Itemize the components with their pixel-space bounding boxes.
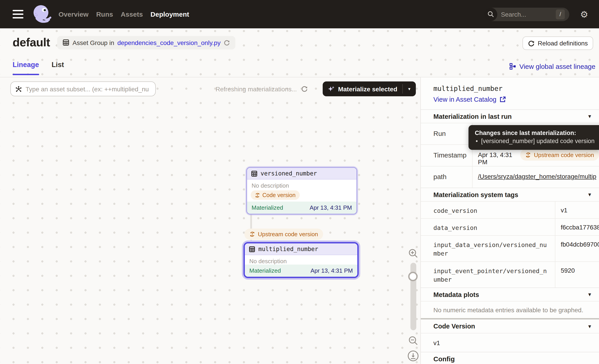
code-version-label: Code version	[262, 192, 295, 198]
row-key: code_version	[421, 202, 555, 218]
table-row-input-event-pointer: input_event_pointer/versioned_number 592…	[421, 261, 599, 287]
timestamp-value: Apr 13, 4:31 PM	[478, 151, 515, 165]
materialize-dropdown-caret[interactable]: ▾	[402, 84, 416, 94]
lineage-graph-pane: Refreshing materializations... Materiali…	[0, 77, 420, 364]
row-value: fb04dcb69700	[555, 236, 599, 261]
sidebar-asset-title: multiplied_number	[421, 77, 599, 93]
asset-group-label: Asset Group in	[72, 39, 114, 46]
materialized-timestamp: Apr 13, 4:31 PM	[310, 267, 353, 274]
reload-definitions-label: Reload definitions	[538, 40, 588, 47]
dagster-app: Overview Runs Assets Deployment / ⚙ defa…	[0, 0, 599, 364]
changes-tooltip: Changes since last materialization: [ver…	[468, 125, 599, 150]
row-key: path	[421, 166, 472, 188]
zoom-out-icon[interactable]	[408, 336, 418, 346]
sync-alert-icon	[249, 231, 255, 237]
table-row-input-data-version: input_data_version/versioned_number fb04…	[421, 235, 599, 261]
refresh-icon[interactable]	[301, 86, 308, 92]
section-system-tags[interactable]: Materialization system tags ▾	[421, 188, 599, 201]
section-heading: Materialization in last run	[433, 113, 512, 120]
code-version-value: v1	[421, 333, 599, 352]
lineage-graph-icon	[510, 63, 516, 70]
tooltip-item: [versioned_number] updated code version	[475, 137, 599, 145]
row-key: data_version	[421, 219, 555, 235]
page-content: default Asset Group in dependencies_code…	[0, 28, 599, 364]
upstream-code-version-badge: Upstream code version	[244, 229, 323, 240]
chevron-down-icon[interactable]: ▾	[588, 323, 591, 329]
materialized-timestamp: Apr 13, 4:31 PM	[310, 204, 352, 211]
settings-gear-icon[interactable]: ⚙	[580, 10, 588, 19]
row-key: input_data_version/versioned_number	[421, 236, 555, 261]
section-code-version[interactable]: Code Version ▾	[421, 320, 599, 333]
search-icon	[484, 8, 497, 21]
materialized-status: Materialized	[252, 204, 283, 211]
download-view-icon[interactable]	[407, 350, 419, 362]
asset-name: multiplied_number	[258, 246, 318, 252]
view-global-asset-lineage-link[interactable]: View global asset lineage	[510, 62, 595, 70]
graph-zoom-controls	[403, 248, 423, 362]
table-icon	[249, 246, 255, 252]
table-row-path: path /Users/sryza/dagster_home/storage/m…	[421, 166, 599, 188]
row-value: v1	[555, 202, 599, 218]
nav-item-runs[interactable]: Runs	[96, 10, 113, 18]
table-icon	[251, 170, 257, 177]
grid-icon	[62, 39, 69, 46]
section-heading: Config	[433, 355, 455, 363]
asset-subset-filter[interactable]	[10, 81, 156, 96]
refreshing-status: Refreshing materializations...	[216, 81, 308, 96]
asset-group-badge: Asset Group in dependencies_code_version…	[57, 36, 235, 49]
chevron-down-icon[interactable]: ▾	[588, 192, 591, 198]
upstream-code-version-label: Upstream code version	[258, 231, 318, 238]
global-search[interactable]: /	[484, 8, 569, 21]
page-title: default	[13, 35, 50, 50]
asset-description: No description	[245, 255, 357, 265]
materialize-selected-button[interactable]: Materialize selected ▾	[323, 81, 416, 96]
section-heading: Code Version	[433, 323, 475, 330]
code-version-badge: Code version	[251, 190, 300, 200]
sync-alert-icon	[255, 192, 260, 198]
asset-node-multiplied-number[interactable]: multiplied_number No description Materia…	[244, 242, 359, 278]
external-link-icon	[500, 96, 506, 103]
materialize-label: Materialize selected	[338, 85, 397, 93]
tab-list[interactable]: List	[52, 61, 64, 75]
reload-definitions-button[interactable]: Reload definitions	[522, 36, 593, 50]
view-tabs: Lineage List	[13, 61, 64, 75]
hamburger-menu-icon[interactable]	[13, 10, 23, 18]
asset-details-sidebar: multiplied_number View in Asset Catalog …	[420, 77, 599, 364]
refreshing-label: Refreshing materializations...	[216, 85, 297, 93]
reload-icon	[528, 40, 535, 47]
nav-item-assets[interactable]: Assets	[121, 10, 143, 18]
catalog-link-label: View in Asset Catalog	[433, 96, 496, 103]
asset-subset-input[interactable]	[26, 85, 151, 93]
global-lineage-label: View global asset lineage	[519, 62, 595, 70]
path-link[interactable]: /Users/sryza/dagster_home/storage/multip	[478, 173, 596, 180]
upstream-code-version-badge: Upstream code version	[520, 149, 599, 161]
dagster-logo-icon[interactable]	[32, 4, 52, 25]
view-in-asset-catalog-link[interactable]: View in Asset Catalog	[421, 93, 599, 103]
zoom-in-icon[interactable]	[408, 248, 418, 258]
asset-group-file-link[interactable]: dependencies_code_version_only.py	[117, 39, 220, 46]
chevron-down-icon[interactable]: ▾	[588, 113, 591, 119]
section-metadata-plots[interactable]: Metadata plots ▾	[421, 287, 599, 301]
section-heading: Materialization system tags	[433, 191, 518, 198]
sparkle-icon	[328, 85, 335, 93]
row-value: f6ccba177638	[555, 219, 599, 235]
section-config[interactable]: Config	[421, 352, 599, 364]
section-materialization-last-run[interactable]: Materialization in last run ▾	[421, 109, 599, 123]
asset-node-versioned-number[interactable]: versioned_number No description Code ver…	[246, 167, 357, 215]
asset-description: No description	[247, 180, 356, 189]
page-header: default Asset Group in dependencies_code…	[0, 28, 599, 77]
nav-links: Overview Runs Assets Deployment	[59, 10, 189, 18]
zoom-slider[interactable]	[410, 263, 416, 330]
badge-label: Upstream code version	[534, 151, 594, 158]
search-input[interactable]	[501, 11, 548, 18]
tab-lineage[interactable]: Lineage	[13, 61, 39, 75]
reload-group-icon[interactable]	[224, 39, 230, 46]
asset-graph-icon	[15, 85, 22, 93]
nav-item-overview[interactable]: Overview	[59, 10, 88, 18]
chevron-down-icon[interactable]: ▾	[588, 292, 591, 297]
tooltip-title: Changes since last materialization:	[475, 129, 599, 137]
zoom-slider-knob[interactable]	[408, 272, 417, 281]
top-nav: Overview Runs Assets Deployment / ⚙	[0, 0, 599, 28]
nav-item-deployment[interactable]: Deployment	[150, 10, 189, 18]
row-key: input_event_pointer/versioned_number	[421, 262, 555, 287]
